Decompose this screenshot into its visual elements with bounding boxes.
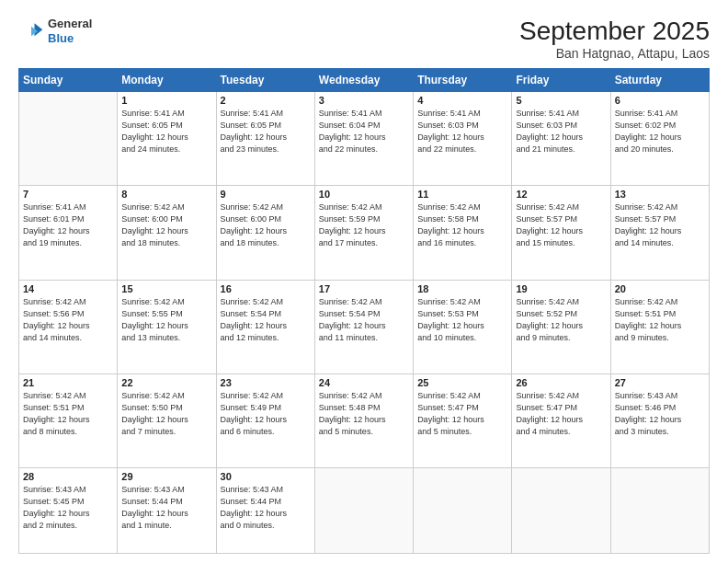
calendar-cell: 1Sunrise: 5:41 AMSunset: 6:05 PMDaylight…: [118, 92, 216, 186]
day-number: 16: [221, 283, 311, 294]
day-number: 6: [615, 95, 705, 106]
day-info: Sunrise: 5:42 AMSunset: 5:57 PMDaylight:…: [516, 201, 606, 249]
day-number: 30: [221, 471, 311, 482]
day-number: 25: [417, 377, 507, 388]
day-number: 23: [221, 377, 311, 388]
calendar-cell: [314, 468, 413, 554]
day-info: Sunrise: 5:41 AMSunset: 6:03 PMDaylight:…: [516, 108, 606, 155]
calendar-cell: 6Sunrise: 5:41 AMSunset: 6:02 PMDaylight…: [610, 92, 709, 186]
calendar-cell: 4Sunrise: 5:41 AMSunset: 6:03 PMDaylight…: [414, 92, 512, 186]
day-info: Sunrise: 5:42 AMSunset: 5:54 PMDaylight:…: [319, 296, 409, 344]
day-info: Sunrise: 5:42 AMSunset: 6:00 PMDaylight:…: [221, 201, 311, 249]
day-info: Sunrise: 5:42 AMSunset: 5:48 PMDaylight:…: [319, 390, 409, 438]
calendar-header-row: SundayMondayTuesdayWednesdayThursdayFrid…: [19, 69, 710, 92]
svg-marker-0: [35, 23, 43, 36]
day-number: 29: [121, 471, 211, 482]
day-number: 8: [121, 189, 211, 200]
day-number: 28: [23, 471, 113, 482]
calendar-cell: 11Sunrise: 5:42 AMSunset: 5:58 PMDayligh…: [414, 186, 512, 280]
day-number: 1: [121, 95, 211, 106]
calendar-cell: 30Sunrise: 5:43 AMSunset: 5:44 PMDayligh…: [216, 468, 314, 554]
day-number: 10: [319, 189, 409, 200]
calendar-cell: 18Sunrise: 5:42 AMSunset: 5:53 PMDayligh…: [414, 280, 512, 373]
day-info: Sunrise: 5:42 AMSunset: 5:51 PMDaylight:…: [23, 390, 113, 438]
day-info: Sunrise: 5:43 AMSunset: 5:46 PMDaylight:…: [615, 390, 705, 438]
day-number: 26: [516, 377, 606, 388]
day-info: Sunrise: 5:41 AMSunset: 6:05 PMDaylight:…: [221, 108, 311, 155]
day-number: 4: [417, 95, 507, 106]
calendar-cell: 19Sunrise: 5:42 AMSunset: 5:52 PMDayligh…: [512, 280, 610, 373]
calendar-cell: 26Sunrise: 5:42 AMSunset: 5:47 PMDayligh…: [512, 373, 610, 467]
calendar-week-row: 28Sunrise: 5:43 AMSunset: 5:45 PMDayligh…: [19, 468, 710, 554]
day-info: Sunrise: 5:42 AMSunset: 5:47 PMDaylight:…: [417, 390, 507, 438]
day-info: Sunrise: 5:42 AMSunset: 5:50 PMDaylight:…: [121, 390, 211, 438]
day-number: 13: [615, 189, 705, 200]
day-number: 24: [319, 377, 409, 388]
calendar-week-row: 1Sunrise: 5:41 AMSunset: 6:05 PMDaylight…: [19, 92, 710, 186]
calendar-cell: 16Sunrise: 5:42 AMSunset: 5:54 PMDayligh…: [216, 280, 314, 373]
calendar-cell: 17Sunrise: 5:42 AMSunset: 5:54 PMDayligh…: [314, 280, 413, 373]
day-number: 19: [516, 283, 606, 294]
month-title: September 2025: [519, 17, 710, 46]
day-number: 12: [516, 189, 606, 200]
calendar-cell: [512, 468, 610, 554]
day-number: 5: [516, 95, 606, 106]
weekday-header-wednesday: Wednesday: [314, 69, 413, 92]
header: General Blue September 2025 Ban Hatgnao,…: [18, 17, 710, 61]
calendar-cell: 21Sunrise: 5:42 AMSunset: 5:51 PMDayligh…: [19, 373, 118, 467]
day-number: 3: [319, 95, 409, 106]
day-number: 18: [417, 283, 507, 294]
calendar-cell: 14Sunrise: 5:42 AMSunset: 5:56 PMDayligh…: [19, 280, 118, 373]
calendar-cell: 15Sunrise: 5:42 AMSunset: 5:55 PMDayligh…: [118, 280, 216, 373]
day-info: Sunrise: 5:42 AMSunset: 5:49 PMDaylight:…: [221, 390, 311, 438]
weekday-header-saturday: Saturday: [610, 69, 709, 92]
day-number: 27: [615, 377, 705, 388]
day-info: Sunrise: 5:43 AMSunset: 5:45 PMDaylight:…: [23, 484, 113, 532]
calendar-cell: 12Sunrise: 5:42 AMSunset: 5:57 PMDayligh…: [512, 186, 610, 280]
calendar-cell: 29Sunrise: 5:43 AMSunset: 5:44 PMDayligh…: [118, 468, 216, 554]
calendar-cell: 7Sunrise: 5:41 AMSunset: 6:01 PMDaylight…: [19, 186, 118, 280]
day-number: 15: [121, 283, 211, 294]
weekday-header-friday: Friday: [512, 69, 610, 92]
day-info: Sunrise: 5:42 AMSunset: 5:47 PMDaylight:…: [516, 390, 606, 438]
page: General Blue September 2025 Ban Hatgnao,…: [0, 0, 728, 563]
calendar-cell: 25Sunrise: 5:42 AMSunset: 5:47 PMDayligh…: [414, 373, 512, 467]
weekday-header-tuesday: Tuesday: [216, 69, 314, 92]
day-info: Sunrise: 5:43 AMSunset: 5:44 PMDaylight:…: [221, 484, 311, 532]
day-number: 2: [221, 95, 311, 106]
calendar-cell: 2Sunrise: 5:41 AMSunset: 6:05 PMDaylight…: [216, 92, 314, 186]
calendar-cell: 13Sunrise: 5:42 AMSunset: 5:57 PMDayligh…: [610, 186, 709, 280]
calendar-cell: 27Sunrise: 5:43 AMSunset: 5:46 PMDayligh…: [610, 373, 709, 467]
logo-icon: [18, 18, 44, 44]
day-number: 14: [23, 283, 113, 294]
weekday-header-sunday: Sunday: [19, 69, 118, 92]
subtitle: Ban Hatgnao, Attapu, Laos: [519, 46, 710, 61]
calendar-cell: 5Sunrise: 5:41 AMSunset: 6:03 PMDaylight…: [512, 92, 610, 186]
day-info: Sunrise: 5:41 AMSunset: 6:05 PMDaylight:…: [121, 108, 211, 155]
day-info: Sunrise: 5:42 AMSunset: 5:58 PMDaylight:…: [417, 201, 507, 249]
calendar-week-row: 14Sunrise: 5:42 AMSunset: 5:56 PMDayligh…: [19, 280, 710, 373]
day-info: Sunrise: 5:42 AMSunset: 5:52 PMDaylight:…: [516, 296, 606, 344]
weekday-header-monday: Monday: [118, 69, 216, 92]
logo-general: General: [48, 17, 92, 31]
calendar-cell: 10Sunrise: 5:42 AMSunset: 5:59 PMDayligh…: [314, 186, 413, 280]
day-info: Sunrise: 5:42 AMSunset: 5:55 PMDaylight:…: [121, 296, 211, 344]
calendar-cell: 3Sunrise: 5:41 AMSunset: 6:04 PMDaylight…: [314, 92, 413, 186]
title-block: September 2025 Ban Hatgnao, Attapu, Laos: [519, 17, 710, 61]
logo: General Blue: [18, 17, 92, 45]
day-number: 9: [221, 189, 311, 200]
calendar-cell: 9Sunrise: 5:42 AMSunset: 6:00 PMDaylight…: [216, 186, 314, 280]
day-info: Sunrise: 5:42 AMSunset: 5:57 PMDaylight:…: [615, 201, 705, 249]
day-info: Sunrise: 5:42 AMSunset: 5:56 PMDaylight:…: [23, 296, 113, 344]
day-number: 11: [417, 189, 507, 200]
calendar-cell: [19, 92, 118, 186]
day-info: Sunrise: 5:41 AMSunset: 6:01 PMDaylight:…: [23, 201, 113, 249]
day-info: Sunrise: 5:41 AMSunset: 6:04 PMDaylight:…: [319, 108, 409, 155]
calendar-cell: [610, 468, 709, 554]
day-info: Sunrise: 5:42 AMSunset: 5:51 PMDaylight:…: [615, 296, 705, 344]
calendar-cell: 20Sunrise: 5:42 AMSunset: 5:51 PMDayligh…: [610, 280, 709, 373]
day-info: Sunrise: 5:42 AMSunset: 5:53 PMDaylight:…: [417, 296, 507, 344]
day-number: 7: [23, 189, 113, 200]
calendar-cell: 8Sunrise: 5:42 AMSunset: 6:00 PMDaylight…: [118, 186, 216, 280]
day-info: Sunrise: 5:42 AMSunset: 5:59 PMDaylight:…: [319, 201, 409, 249]
